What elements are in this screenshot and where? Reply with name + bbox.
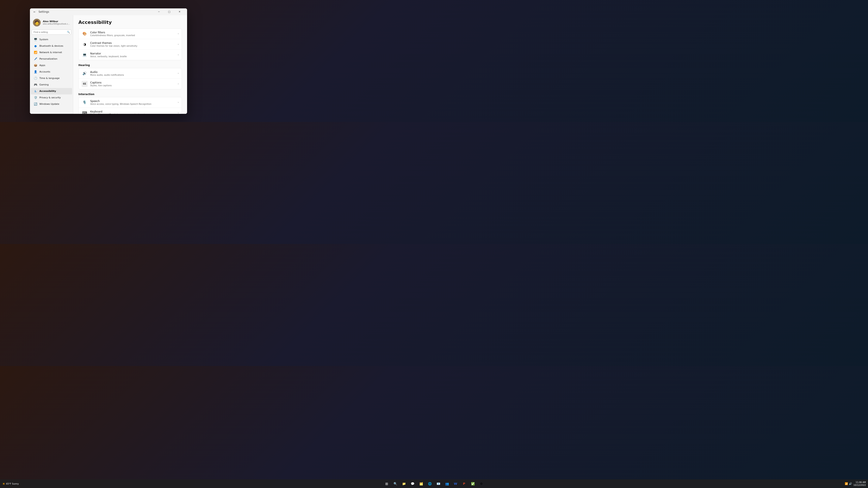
nav-bluetooth[interactable]: ● Bluetooth & devices [31,43,72,49]
sidebar: 🧑 Alex Wilbur alex.wilbur000@outlook.com… [30,15,73,114]
speech-item[interactable]: 🎙️ Speech Voice access, voice typing, Wi… [79,97,182,108]
close-button[interactable]: ✕ [175,8,185,15]
nav-accounts-label: Accounts [39,70,50,73]
nav-time[interactable]: 🕐 Time & language [31,75,72,82]
contrast-themes-desc: Color themes for low vision, light sensi… [90,45,175,47]
audio-icon: 🔊 [82,70,88,76]
contrast-themes-item[interactable]: ◑ Contrast themes Color themes for low v… [79,39,182,50]
keyboard-chevron: › [178,112,179,114]
nav-system-label: System [39,38,48,41]
contrast-themes-title: Contrast themes [90,41,175,44]
nav-accessibility-label: Accessibility [39,90,56,93]
maximize-button[interactable]: □ [164,8,174,15]
window-body: 🧑 Alex Wilbur alex.wilbur000@outlook.com… [30,15,187,114]
interaction-header: Interaction [79,90,182,97]
main-content: Accessibility 🎨 Color filters Colorblind… [73,15,187,114]
captions-chevron: › [178,83,179,85]
keyboard-title: Keyboard [90,110,175,113]
title-bar-left: ← Settings [32,10,154,14]
narrator-desc: Voice, verbosity, keyboard, braille [90,55,175,58]
narrator-item[interactable]: 💻 Narrator Voice, verbosity, keyboard, b… [79,50,182,60]
page-title: Accessibility [79,20,182,25]
nav-update[interactable]: 🔄 Windows Update [31,101,72,107]
audio-chevron: › [178,72,179,74]
captions-icon: CC [82,81,88,87]
speech-title: Speech [90,100,175,103]
speech-desc: Voice access, voice typing, Windows Spee… [90,103,175,105]
nav-network-label: Network & internet [39,51,62,54]
hearing-section: 🔊 Audio Mono audio, audio notifications … [79,68,182,89]
network-icon: 📶 [34,51,37,54]
hearing-header: Hearing [79,61,182,68]
narrator-chevron: › [178,54,179,56]
nav-privacy[interactable]: 🛡️ Privacy & security [31,94,72,101]
user-name: Alex Wilbur [43,20,70,23]
privacy-icon: 🛡️ [34,96,37,99]
nav-bluetooth-label: Bluetooth & devices [39,44,63,47]
keyboard-text: Keyboard Sticky, Filter, and Toggle keys… [90,110,175,114]
audio-desc: Mono audio, audio notifications [90,74,175,76]
speech-text: Speech Voice access, voice typing, Windo… [90,100,175,105]
nav-personalization-label: Personalization [39,58,57,60]
search-icon: 🔍 [67,31,70,33]
narrator-title: Narrator [90,52,175,55]
color-filters-title: Color filters [90,31,175,34]
nav-apps-label: Apps [39,64,45,67]
audio-title: Audio [90,71,175,73]
avatar: 🧑 [33,19,41,27]
settings-window: ← Settings ─ □ ✕ 🧑 Alex Wilbur alex.wilb… [30,8,187,114]
nav-personalization[interactable]: 🖊️ Personalization [31,56,72,62]
speech-chevron: › [178,101,179,103]
narrator-icon: 💻 [82,52,88,58]
nav-update-label: Windows Update [39,103,59,105]
keyboard-icon: ⌨️ [82,110,88,114]
bluetooth-icon: ● [34,44,37,48]
contrast-themes-text: Contrast themes Color themes for low vis… [90,41,175,47]
time-icon: 🕐 [34,76,37,80]
nav-time-label: Time & language [39,77,60,79]
accounts-icon: 👤 [34,70,37,73]
nav-network[interactable]: 📶 Network & internet [31,49,72,56]
speech-icon: 🎙️ [82,99,88,105]
captions-desc: Styles, live captions [90,84,175,87]
narrator-text: Narrator Voice, verbosity, keyboard, bra… [90,52,175,58]
nav-apps[interactable]: 📦 Apps [31,62,72,69]
apps-icon: 📦 [34,64,37,67]
gaming-icon: 🎮 [34,83,37,87]
audio-text: Audio Mono audio, audio notifications [90,71,175,76]
interaction-section: 🎙️ Speech Voice access, voice typing, Wi… [79,97,182,114]
captions-title: Captions [90,81,175,84]
accessibility-icon: ♿ [34,90,37,93]
vision-section: 🎨 Color filters Colorblindness filters, … [79,28,182,60]
user-profile[interactable]: 🧑 Alex Wilbur alex.wilbur000@outlook.com [30,17,73,30]
title-bar: ← Settings ─ □ ✕ [30,8,187,15]
captions-item[interactable]: CC Captions Styles, live captions › [79,79,182,89]
back-button[interactable]: ← [32,10,37,14]
color-filters-desc: Colorblindness filters, grayscale, inver… [90,34,175,37]
audio-item[interactable]: 🔊 Audio Mono audio, audio notifications … [79,68,182,79]
nav-accounts[interactable]: 👤 Accounts [31,69,72,75]
minimize-button[interactable]: ─ [154,8,164,15]
system-icon: 🖥️ [34,38,37,41]
personalization-icon: 🖊️ [34,57,37,61]
update-icon: 🔄 [34,102,37,106]
search-input[interactable] [32,30,71,35]
color-filters-icon: 🎨 [82,31,88,37]
keyboard-item[interactable]: ⌨️ Keyboard Sticky, Filter, and Toggle k… [79,108,182,114]
nav-accessibility[interactable]: ♿ Accessibility [31,88,72,94]
captions-text: Captions Styles, live captions [90,81,175,87]
user-info: Alex Wilbur alex.wilbur000@outlook.com [43,20,70,25]
color-filters-chevron: › [178,32,179,35]
keyboard-desc: Sticky, Filter, and Toggle keys, on-scre… [90,113,175,114]
search-box: 🔍 [32,30,71,35]
nav-system[interactable]: 🖥️ System [31,36,72,43]
window-controls: ─ □ ✕ [154,8,185,15]
color-filters-text: Color filters Colorblindness filters, gr… [90,31,175,37]
window-title: Settings [38,10,49,13]
contrast-icon: ◑ [82,41,88,47]
contrast-chevron: › [178,43,179,45]
user-email: alex.wilbur000@outlook.com [43,23,70,25]
nav-privacy-label: Privacy & security [39,96,61,99]
color-filters-item[interactable]: 🎨 Color filters Colorblindness filters, … [79,29,182,39]
nav-gaming[interactable]: 🎮 Gaming [31,82,72,88]
